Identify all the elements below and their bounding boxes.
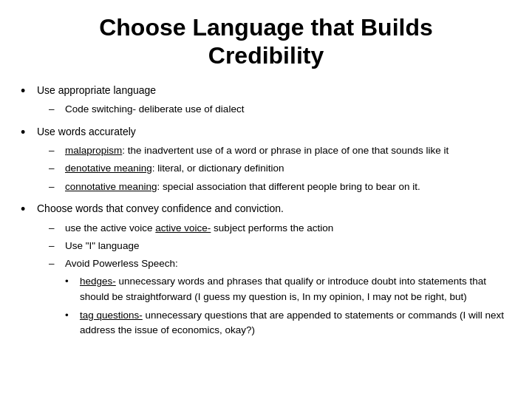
- bullet-3-sublist: – use the active voice active voice- sub…: [49, 221, 511, 338]
- bullet-1-sublist: – Code switching- deliberate use of dial…: [49, 102, 511, 117]
- page-title: Choose Language that Builds Credibility: [21, 13, 511, 70]
- b1s1: – Code switching- deliberate use of dial…: [49, 102, 511, 117]
- bullet-dot-1: •: [21, 83, 34, 100]
- b3s3-subsublist: • hedges- unnecessary words and phrases …: [65, 274, 511, 338]
- b3s2: – Use "I" language: [49, 239, 511, 253]
- bullet-3-text: Choose words that convey confidence and …: [37, 202, 284, 216]
- b3s3: – Avoid Powerless Speech:: [49, 256, 511, 271]
- b2s2: – denotative meaning: literal, or dictio…: [49, 161, 511, 176]
- bullet-2-sublist: – malapropism: the inadvertent use of a …: [49, 143, 511, 194]
- bullet-1-text: Use appropriate language: [37, 83, 156, 98]
- bullet-2: • Use words accurately – malapropism: th…: [21, 125, 511, 194]
- b3s1-text: use the active voice active voice- subje…: [65, 221, 333, 236]
- b2s1-text: malapropism: the inadvertent use of a wo…: [65, 143, 449, 158]
- b2s2-text: denotative meaning: literal, or dictiona…: [65, 161, 284, 176]
- b2s1: – malapropism: the inadvertent use of a …: [49, 143, 511, 158]
- bullet-3: • Choose words that convey confidence an…: [21, 202, 511, 338]
- bullet-dot-2: •: [21, 125, 34, 141]
- bullet-2-text: Use words accurately: [37, 125, 136, 140]
- bullet-1: • Use appropriate language – Code switch…: [21, 83, 511, 117]
- b3s1: – use the active voice active voice- sub…: [49, 221, 511, 236]
- b3s3-text: Avoid Powerless Speech:: [65, 256, 178, 271]
- b2s3-text: connotative meaning: special association…: [65, 180, 420, 194]
- b3s2-text: Use "I" language: [65, 239, 139, 253]
- b3s3ss2-text: tag questions- unnecessary questions tha…: [80, 308, 511, 338]
- b1s1-text: Code switching- deliberate use of dialec…: [65, 102, 244, 117]
- b2s3: – connotative meaning: special associati…: [49, 180, 511, 194]
- b3s3ss1: • hedges- unnecessary words and phrases …: [65, 274, 511, 304]
- bullet-dot-3: •: [21, 202, 34, 218]
- b3s3ss2: • tag questions- unnecessary questions t…: [65, 308, 511, 338]
- b3s3ss1-text: hedges- unnecessary words and phrases th…: [80, 274, 511, 304]
